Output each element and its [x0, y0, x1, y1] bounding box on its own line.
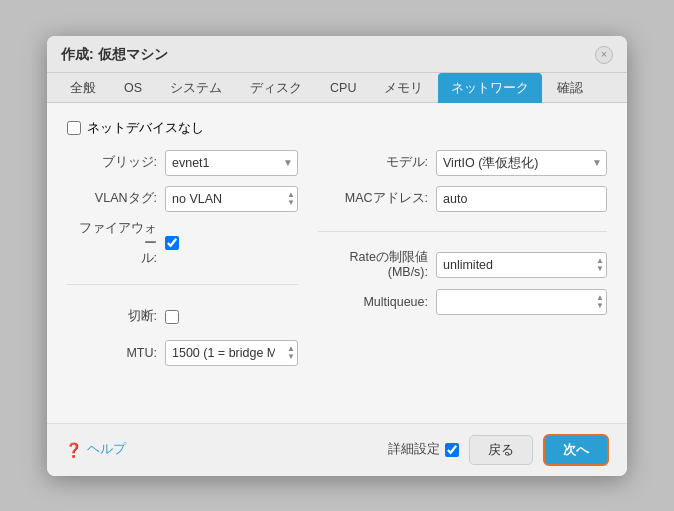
disconnect-checkbox[interactable]: [165, 310, 179, 324]
tab-disk[interactable]: ディスク: [237, 73, 315, 103]
title-bar: 作成: 仮想マシン ×: [47, 36, 627, 73]
multiqueue-row: Multiqueue: ▲ ▼: [318, 288, 607, 316]
close-button[interactable]: ×: [595, 46, 613, 64]
model-label: モデル:: [318, 154, 428, 171]
multiqueue-input[interactable]: [436, 289, 607, 315]
help-icon: ❓: [65, 442, 82, 458]
vlan-down-arrow-icon[interactable]: ▼: [287, 199, 295, 207]
mtu-down-arrow-icon[interactable]: ▼: [287, 353, 295, 361]
mtu-spinner-wrapper: ▲ ▼: [165, 340, 298, 366]
rate-row: Rateの制限値(MB/s): ▲ ▼: [318, 250, 607, 280]
dialog-title: 作成: 仮想マシン: [61, 46, 168, 64]
footer: ❓ ヘルプ 詳細設定 戻る 次へ: [47, 423, 627, 476]
next-button[interactable]: 次へ: [543, 434, 609, 466]
tab-confirm[interactable]: 確認: [544, 73, 596, 103]
tab-general[interactable]: 全般: [57, 73, 109, 103]
rate-input[interactable]: [436, 252, 607, 278]
tab-os[interactable]: OS: [111, 74, 155, 101]
no-net-device-row: ネットデバイスなし: [67, 119, 607, 137]
divider-2: [318, 231, 607, 232]
no-net-device-label: ネットデバイスなし: [87, 119, 204, 137]
content-area: ネットデバイスなし ブリッジ: evnet1 ▼ VLANタグ: [47, 103, 627, 423]
disconnect-row: 切断:: [67, 303, 298, 331]
mtu-spinner-arrows: ▲ ▼: [287, 345, 295, 361]
rate-spinner-wrapper: ▲ ▼: [436, 252, 607, 278]
tab-memory[interactable]: メモリ: [371, 73, 436, 103]
vlan-label: VLANタグ:: [67, 190, 157, 207]
mtu-row: MTU: ▲ ▼: [67, 339, 298, 367]
tab-system[interactable]: システム: [157, 73, 235, 103]
vlan-input[interactable]: [165, 186, 298, 212]
dialog: 作成: 仮想マシン × 全般 OS システム ディスク CPU メモリ ネットワ…: [47, 36, 627, 476]
multiqueue-spinner-wrapper: ▲ ▼: [436, 289, 607, 315]
model-row: モデル: VirtIO (準仮想化) ▼: [318, 149, 607, 177]
help-button[interactable]: ❓ ヘルプ: [65, 441, 126, 458]
left-col: ブリッジ: evnet1 ▼ VLANタグ: ▲: [67, 149, 298, 367]
mac-row: MACアドレス:: [318, 185, 607, 213]
bridge-select[interactable]: evnet1: [165, 150, 298, 176]
multiqueue-down-arrow-icon[interactable]: ▼: [596, 302, 604, 310]
rate-label: Rateの制限値(MB/s):: [318, 250, 428, 280]
firewall-label: ファイアウォール:: [67, 221, 157, 266]
mtu-label: MTU:: [67, 346, 157, 360]
back-button[interactable]: 戻る: [469, 435, 533, 465]
no-net-device-checkbox[interactable]: [67, 121, 81, 135]
bridge-select-wrapper: evnet1 ▼: [165, 150, 298, 176]
bridge-label: ブリッジ:: [67, 154, 157, 171]
firewall-checkbox[interactable]: [165, 236, 179, 250]
tab-bar: 全般 OS システム ディスク CPU メモリ ネットワーク 確認: [47, 73, 627, 103]
vlan-spinner-arrows: ▲ ▼: [287, 191, 295, 207]
help-label: ヘルプ: [87, 441, 126, 458]
multiqueue-label: Multiqueue:: [318, 295, 428, 309]
divider-1: [67, 284, 298, 285]
rate-spinner-arrows: ▲ ▼: [596, 257, 604, 273]
firewall-row: ファイアウォール:: [67, 221, 298, 266]
mac-label: MACアドレス:: [318, 190, 428, 207]
model-select[interactable]: VirtIO (準仮想化): [436, 150, 607, 176]
form-section: ブリッジ: evnet1 ▼ VLANタグ: ▲: [67, 149, 607, 367]
right-col: モデル: VirtIO (準仮想化) ▼ MACアドレス:: [318, 149, 607, 367]
vlan-row: VLANタグ: ▲ ▼: [67, 185, 298, 213]
detail-setting-checkbox[interactable]: [445, 443, 459, 457]
detail-setting-label: 詳細設定: [388, 441, 440, 458]
detail-setting-row: 詳細設定: [388, 441, 459, 458]
vlan-spinner-wrapper: ▲ ▼: [165, 186, 298, 212]
multiqueue-spinner-arrows: ▲ ▼: [596, 294, 604, 310]
footer-actions: 詳細設定 戻る 次へ: [388, 434, 609, 466]
tab-network[interactable]: ネットワーク: [438, 73, 542, 103]
rate-down-arrow-icon[interactable]: ▼: [596, 265, 604, 273]
disconnect-label: 切断:: [67, 308, 157, 325]
tab-cpu[interactable]: CPU: [317, 74, 369, 101]
model-select-wrapper: VirtIO (準仮想化) ▼: [436, 150, 607, 176]
bridge-row: ブリッジ: evnet1 ▼: [67, 149, 298, 177]
mtu-input[interactable]: [165, 340, 298, 366]
mac-input[interactable]: [436, 186, 607, 212]
